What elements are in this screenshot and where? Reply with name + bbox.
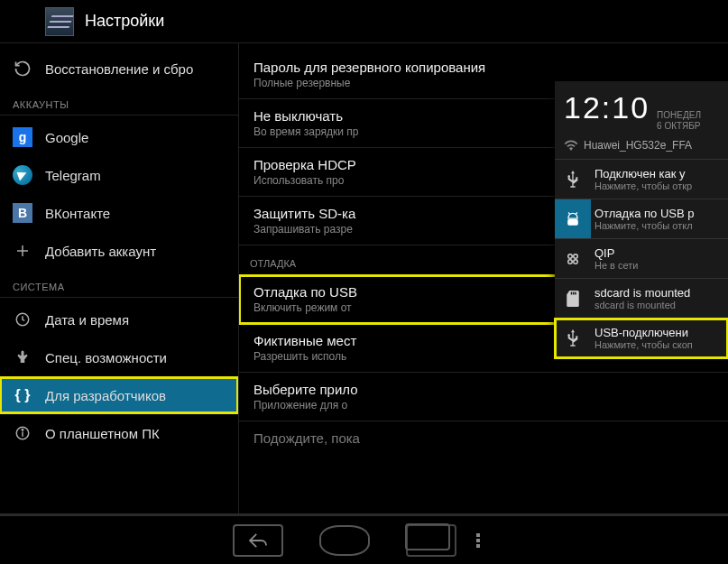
setting-title: Пароль для резервного копирования	[253, 60, 714, 75]
hand-icon	[13, 347, 32, 367]
svg-point-7	[570, 215, 572, 217]
qip-icon	[555, 239, 591, 278]
notif-subtitle: Нажмите, чтобы откр	[594, 180, 692, 191]
notif-sdcard[interactable]: sdcard is mounted sdcard is mounted	[555, 279, 728, 319]
sidebar-item-about[interactable]: О планшетном ПК	[0, 415, 238, 451]
notif-subtitle: Нажмите, чтобы откл	[594, 220, 694, 231]
sidebar-item-label: Спец. возможности	[45, 350, 167, 365]
sidebar-header-accounts: АККАУНТЫ	[0, 88, 238, 116]
svg-point-5	[22, 430, 23, 431]
usb-icon	[555, 160, 591, 199]
svg-point-9	[568, 254, 573, 258]
sidebar-item-label: ВКонтакте	[45, 206, 110, 221]
plus-icon	[13, 241, 32, 261]
telegram-icon	[13, 165, 32, 185]
android-icon	[555, 199, 591, 238]
app-bar: Настройки	[0, 0, 728, 43]
notif-subtitle: sdcard is mounted	[594, 300, 690, 310]
clock-time: 12:10	[564, 90, 650, 125]
svg-point-12	[574, 259, 578, 264]
notif-title: QIP	[594, 246, 638, 260]
nav-home-button[interactable]	[319, 525, 370, 556]
notif-qip[interactable]: QIP Не в сети	[555, 239, 728, 279]
setting-wait-debugger[interactable]: Подождите, пока	[239, 421, 728, 455]
app-title: Настройки	[85, 12, 164, 31]
nav-back-button[interactable]	[233, 524, 283, 557]
svg-point-10	[574, 254, 578, 258]
setting-subtitle: Приложение для о	[253, 399, 714, 411]
vk-icon: B	[13, 203, 32, 223]
google-icon: g	[13, 127, 32, 147]
nav-recent-button[interactable]	[406, 524, 456, 557]
svg-rect-6	[567, 219, 578, 226]
sidebar-item-datetime[interactable]: Дата и время	[0, 301, 238, 337]
sidebar-item-label: Дата и время	[45, 312, 129, 328]
system-navbar	[0, 513, 728, 564]
usb-icon	[555, 319, 591, 357]
wifi-ssid: Huawei_HG532e_FFA	[584, 139, 692, 152]
svg-rect-13	[571, 291, 573, 294]
clock-date: ПОНЕДЕЛ6 ОКТЯБР	[657, 110, 701, 132]
sidebar-item-add-account[interactable]: Добавить аккаунт	[0, 233, 238, 269]
wifi-status[interactable]: Huawei_HG532e_FFA	[564, 139, 719, 152]
setting-title: Подождите, пока	[253, 430, 714, 446]
sidebar-item-label: Google	[45, 130, 88, 145]
sidebar-item-accessibility[interactable]: Спец. возможности	[0, 339, 238, 375]
sidebar-item-backup[interactable]: Восстановление и сбро	[0, 51, 238, 87]
notif-title: sdcard is mounted	[594, 286, 690, 300]
svg-point-11	[568, 259, 573, 264]
setting-select-debug-app[interactable]: Выберите прило Приложение для о	[239, 373, 728, 421]
notif-subtitle: Нажмите, чтобы скоп	[594, 339, 693, 350]
notif-title: Отладка по USB р	[594, 207, 694, 220]
sidebar-item-label: Telegram	[45, 168, 101, 183]
sidebar-item-label: Восстановление и сбро	[45, 61, 193, 77]
braces-icon: { }	[13, 385, 32, 405]
notif-usb-connected[interactable]: Подключен как у Нажмите, чтобы откр	[555, 160, 728, 199]
notif-usb-debugging[interactable]: Отладка по USB р Нажмите, чтобы откл	[555, 199, 728, 239]
settings-app-icon	[45, 7, 74, 36]
settings-sidebar: Восстановление и сбро АККАУНТЫ g Google …	[0, 43, 239, 513]
shade-header[interactable]: 12:10 ПОНЕДЕЛ6 ОКТЯБР Huawei_HG532e_FFA	[555, 81, 728, 160]
sdcard-icon	[555, 279, 591, 318]
svg-rect-14	[573, 291, 575, 294]
svg-rect-15	[575, 291, 576, 294]
sidebar-item-telegram[interactable]: Telegram	[0, 157, 238, 193]
sidebar-item-developer[interactable]: { } Для разработчиков	[0, 377, 238, 413]
sidebar-item-label: Для разработчиков	[45, 388, 166, 403]
info-icon	[13, 423, 32, 443]
sidebar-header-system: СИСТЕМА	[0, 271, 238, 298]
notif-title: USB-подключени	[594, 326, 693, 339]
sidebar-item-vk[interactable]: B ВКонтакте	[0, 195, 238, 231]
sidebar-item-label: О планшетном ПК	[45, 426, 160, 441]
sidebar-item-label: Добавить аккаунт	[45, 244, 156, 259]
notification-shade: 12:10 ПОНЕДЕЛ6 ОКТЯБР Huawei_HG532e_FFA …	[555, 81, 728, 358]
notif-subtitle: Не в сети	[594, 260, 638, 271]
nav-menu-button[interactable]	[476, 533, 496, 548]
notif-usb-connection[interactable]: USB-подключени Нажмите, чтобы скоп	[555, 319, 728, 358]
clock-icon	[13, 310, 32, 329]
sidebar-item-google[interactable]: g Google	[0, 119, 238, 155]
wifi-icon	[564, 140, 578, 151]
notif-title: Подключен как у	[594, 167, 692, 180]
restore-icon	[13, 59, 32, 79]
svg-point-8	[575, 215, 576, 217]
setting-title: Выберите прило	[253, 382, 714, 397]
